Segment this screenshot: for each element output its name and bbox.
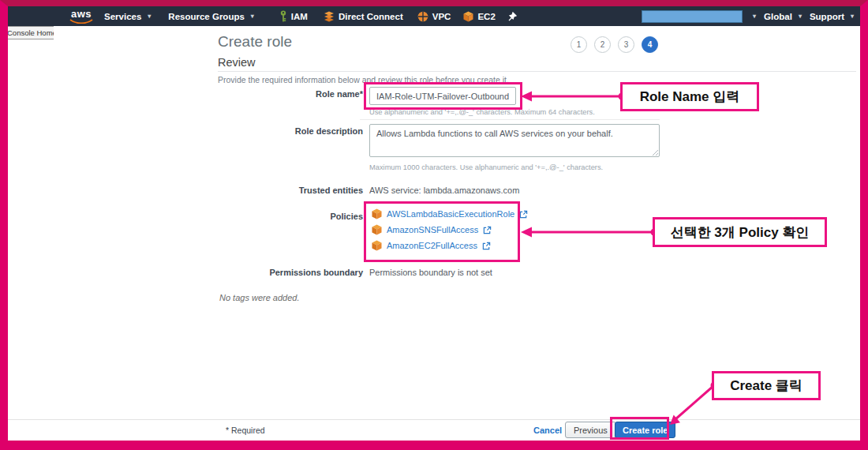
wizard-steps: 1 2 3 4 [571,36,658,53]
region-label: Global [764,12,792,21]
aws-logo-text: aws [71,9,92,19]
chevron-down-icon[interactable]: ▾ [753,13,756,20]
policies-label: Policies [218,212,363,221]
nav-ec2-label: EC2 [477,12,495,21]
layers-icon [324,11,335,22]
region-menu[interactable]: Global ▾ [764,12,802,21]
policy-cube-icon [372,208,382,219]
pushpin-icon [508,12,517,21]
nav-shortcut-direct-connect[interactable]: Direct Connect [324,11,403,22]
nav-shortcut-ec2[interactable]: EC2 [463,11,495,22]
step-3[interactable]: 3 [618,36,634,53]
chevron-down-icon: ▾ [799,13,802,20]
nav-services-label: Services [104,12,141,21]
key-icon [279,10,287,22]
navbar-right-cluster: ▾ Global ▾ Support ▾ [642,10,854,23]
nav-services[interactable]: Services ▾ [104,12,151,21]
aws-console-page: aws Services ▾ Resource Groups ▾ IAM [0,0,868,450]
tooltip-clip: Console Home [8,24,54,39]
role-name-help: Use alphanumeric and '+=,.@-_' character… [369,108,595,116]
arrow-policies [521,227,658,238]
trusted-entities-label: Trusted entities [218,186,363,195]
step-4-active[interactable]: 4 [642,36,658,53]
aws-logo[interactable]: aws [69,9,93,24]
annotation-role-name: Role Name 입력 [620,82,759,111]
nav-direct-connect-label: Direct Connect [339,12,403,21]
pin-button[interactable] [508,12,517,21]
nav-resource-groups[interactable]: Resource Groups ▾ [168,12,254,21]
permissions-boundary-value: Permissions boundary is not set [369,268,492,277]
chevron-down-icon: ▾ [251,13,254,20]
permissions-boundary-label: Permissions boundary [218,268,363,277]
chevron-down-icon: ▾ [851,13,854,20]
step-2[interactable]: 2 [594,36,611,53]
policy-row[interactable]: AmazonEC2FullAccess [372,238,528,253]
external-link-icon [482,242,491,250]
cancel-link[interactable]: Cancel [533,426,562,435]
trusted-entities-value: AWS service: lambda.amazonaws.com [369,186,519,195]
nav-shortcut-vpc[interactable]: VPC [417,11,451,22]
cube-icon [463,11,473,22]
arrow-role-name [521,92,626,102]
external-link-icon [519,210,528,219]
role-name-label: Role name* [218,89,363,99]
required-note: * Required [226,426,265,435]
divider [360,119,660,120]
previous-button[interactable]: Previous [565,422,616,438]
console-home-tooltip: Console Home [8,26,54,39]
policy-row[interactable]: AmazonSNSFullAccess [372,222,528,238]
step-1[interactable]: 1 [571,36,587,53]
chevron-down-icon: ▾ [148,13,151,20]
section-title: Review [218,56,256,69]
page-title: Create role [218,33,292,51]
support-label: Support [810,12,844,21]
aws-smile-icon [69,19,93,24]
policy-cube-icon [372,224,382,235]
annotation-policies: 선택한 3개 Policy 확인 [653,217,827,247]
nav-iam-label: IAM [291,12,308,21]
policy-link[interactable]: AWSLambdaBasicExecutionRole [387,209,514,219]
create-role-button[interactable]: Create role [615,422,675,438]
support-menu[interactable]: Support ▾ [810,12,854,21]
account-menu-redacted[interactable] [642,10,743,23]
policy-list: AWSLambdaBasicExecutionRole AmazonSNSFul… [372,206,528,253]
policy-cube-icon [372,240,382,251]
nav-shortcut-iam[interactable]: IAM [279,10,308,22]
annotation-create: Create 클릭 [712,371,821,400]
policy-link[interactable]: AmazonSNSFullAccess [387,225,478,234]
external-link-icon [483,226,492,234]
role-description-textarea[interactable]: Allows Lambda functions to call AWS serv… [369,124,660,157]
nav-resource-groups-label: Resource Groups [168,12,245,21]
divider [8,419,860,420]
tags-note: No tags were added. [219,293,300,302]
section-description: Provide the required information below a… [218,75,509,84]
policy-row[interactable]: AWSLambdaBasicExecutionRole [372,206,528,222]
divider [218,71,856,72]
role-description-help: Maximum 1000 characters. Use alphanumeri… [369,163,603,171]
top-navbar: aws Services ▾ Resource Groups ▾ IAM [8,6,860,26]
nav-vpc-label: VPC [432,12,451,21]
role-name-input[interactable] [369,87,516,105]
role-description-label: Role description [218,126,363,136]
vpc-icon [417,11,428,22]
arrow-create [670,382,718,426]
policy-link[interactable]: AmazonEC2FullAccess [387,241,477,250]
